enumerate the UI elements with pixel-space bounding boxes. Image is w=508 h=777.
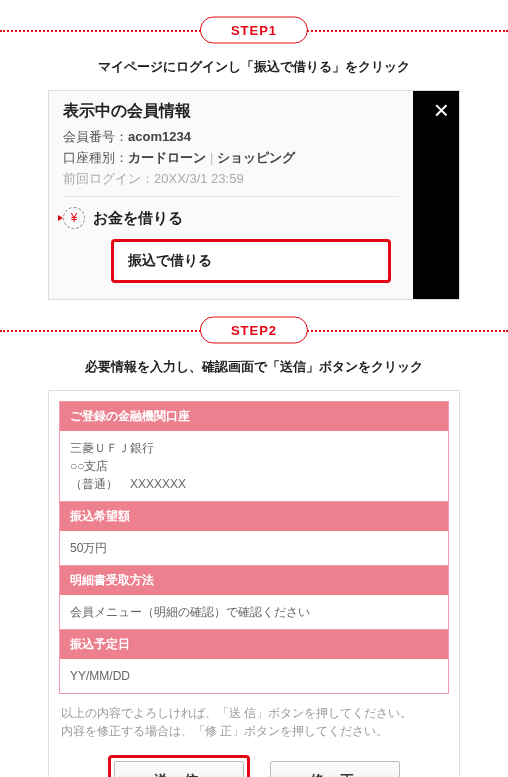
account-type-2: ショッピング	[217, 150, 295, 165]
card-title: 表示中の会員情報	[63, 101, 445, 122]
divider-line	[63, 196, 399, 197]
step1-caption: マイページにログインし「振込で借りる」をクリック	[0, 58, 508, 76]
borrow-section-label: お金を借りる	[93, 209, 183, 228]
confirm-form-card: ご登録の金融機関口座 三菱ＵＦＪ銀行 ○○支店 （普通） XXXXXXX 振込希…	[48, 390, 460, 777]
modify-button[interactable]: 修 正	[270, 761, 400, 777]
step2-divider: STEP2	[0, 310, 508, 350]
field-amount-header: 振込希望額	[60, 501, 448, 531]
field-receipt-value: 会員メニュー（明細の確認）で確認ください	[60, 595, 448, 629]
account-type-line: 口座種別：カードローン|ショッピング	[63, 149, 445, 167]
borrow-row: ¥ お金を借りる	[63, 207, 445, 229]
close-icon[interactable]: ×	[434, 97, 449, 123]
separator: |	[210, 150, 213, 165]
member-no-line: 会員番号：acom1234	[63, 128, 445, 146]
field-receipt-header: 明細書受取方法	[60, 565, 448, 595]
button-row: 送 信 修 正	[59, 755, 449, 777]
step2-badge: STEP2	[200, 317, 308, 344]
step2-caption: 必要情報を入力し、確認画面で「送信」ボタンをクリック	[0, 358, 508, 376]
field-date-value: YY/MM/DD	[60, 659, 448, 693]
mypage-card: × 表示中の会員情報 会員番号：acom1234 口座種別：カードローン|ショッ…	[48, 90, 460, 300]
member-no-value: acom1234	[128, 129, 191, 144]
field-date-header: 振込予定日	[60, 629, 448, 659]
field-bank-header: ご登録の金融機関口座	[60, 402, 448, 431]
field-amount-value: 50万円	[60, 531, 448, 565]
submit-button[interactable]: 送 信	[114, 761, 244, 777]
yen-icon: ¥	[63, 207, 85, 229]
member-no-label: 会員番号：	[63, 129, 128, 144]
transfer-borrow-button[interactable]: 振込で借りる	[111, 239, 391, 283]
field-bank-value: 三菱ＵＦＪ銀行 ○○支店 （普通） XXXXXXX	[60, 431, 448, 501]
step1-badge: STEP1	[200, 17, 308, 44]
step1-divider: STEP1	[0, 10, 508, 50]
account-type-label: 口座種別：	[63, 150, 128, 165]
last-login-value: 20XX/3/1 23:59	[154, 171, 244, 186]
last-login-label: 前回ログイン：	[63, 171, 154, 186]
account-type-1: カードローン	[128, 150, 206, 165]
last-login-line: 前回ログイン：20XX/3/1 23:59	[63, 170, 445, 188]
disclaimer-text: 以上の内容でよろしければ、「送 信」ボタンを押してください。 内容を修正する場合…	[61, 704, 447, 741]
submit-highlight: 送 信	[108, 755, 250, 777]
form-table: ご登録の金融機関口座 三菱ＵＦＪ銀行 ○○支店 （普通） XXXXXXX 振込希…	[59, 401, 449, 694]
